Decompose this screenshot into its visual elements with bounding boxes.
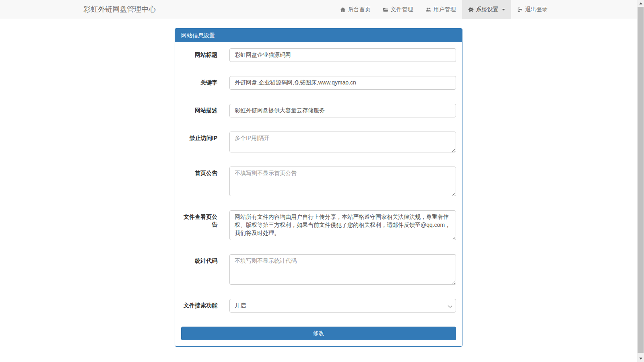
nav-item-label: 用户管理: [433, 6, 456, 13]
folder-open-icon: [383, 7, 388, 12]
scroll-down-icon: [639, 358, 642, 360]
form-row-blocked-ip: 禁止访问IP: [181, 132, 456, 152]
scrollbar-thumb[interactable]: [638, 7, 644, 353]
sign-out-icon: [517, 7, 523, 12]
panel-title: 网站信息设置: [175, 29, 462, 42]
home-notice-textarea[interactable]: [229, 167, 456, 196]
nav-item-logout[interactable]: 退出登录: [511, 0, 554, 19]
description-label: 网站描述: [181, 104, 217, 117]
nav-item-users[interactable]: 用户管理: [419, 0, 462, 19]
form-row-home-notice: 首页公告: [181, 167, 456, 196]
keywords-input[interactable]: [229, 76, 456, 90]
field: [229, 104, 456, 117]
file-page-notice-label: 文件查看页公告: [181, 210, 217, 240]
field: [229, 254, 456, 285]
site-settings-panel: 网站信息设置 网站标题 关键字 网站描述: [175, 28, 462, 347]
site-title-label: 网站标题: [181, 48, 217, 62]
form-row-file-page-notice: 文件查看页公告 网站所有文件内容均由用户自行上传分享，本站严格遵守国家相关法律法…: [181, 210, 456, 240]
home-notice-label: 首页公告: [181, 167, 217, 196]
scrollbar-down-button[interactable]: [637, 355, 644, 362]
main-content: 网站信息设置 网站标题 关键字 网站描述: [0, 19, 637, 347]
submit-button[interactable]: 修改: [181, 327, 456, 340]
nav-item-label: 系统设置: [476, 6, 499, 13]
nav-item-label: 后台首页: [348, 6, 371, 13]
field: [229, 132, 456, 152]
main-nav: 后台首页 文件管理: [334, 0, 554, 19]
home-icon: [340, 7, 346, 12]
nav-item-files[interactable]: 文件管理: [377, 0, 419, 19]
nav-item-label: 退出登录: [525, 6, 548, 13]
blocked-ip-label: 禁止访问IP: [181, 132, 217, 152]
file-search-label: 文件搜索功能: [181, 299, 217, 313]
nav-item-dashboard[interactable]: 后台首页: [334, 0, 377, 19]
vertical-scrollbar[interactable]: [637, 0, 644, 362]
gear-icon: [468, 7, 474, 12]
top-navbar: 彩虹外链网盘管理中心 后台首页 文件管理: [0, 0, 637, 19]
brand-title[interactable]: 彩虹外链网盘管理中心: [84, 0, 156, 19]
field: 网站所有文件内容均由用户自行上传分享，本站严格遵守国家相关法律法规，尊重著作权、…: [229, 210, 456, 240]
nav-item-label: 文件管理: [391, 6, 413, 13]
users-icon: [425, 7, 431, 12]
field: 开启: [229, 299, 456, 313]
form-row-file-search: 文件搜索功能 开启: [181, 299, 456, 313]
caret-down-icon: [502, 9, 505, 10]
field: [229, 48, 456, 62]
form-row-keywords: 关键字: [181, 76, 456, 90]
file-page-notice-textarea[interactable]: 网站所有文件内容均由用户自行上传分享，本站严格遵守国家相关法律法规，尊重著作权、…: [229, 210, 456, 240]
scrollbar-up-button[interactable]: [637, 0, 644, 7]
nav-container: 彩虹外链网盘管理中心 后台首页 文件管理: [84, 0, 554, 19]
site-title-input[interactable]: [229, 48, 456, 62]
scroll-up-icon: [639, 2, 642, 4]
keywords-label: 关键字: [181, 76, 217, 90]
analytics-code-textarea[interactable]: [229, 254, 456, 285]
file-search-select[interactable]: 开启: [229, 299, 456, 313]
page: 彩虹外链网盘管理中心 后台首页 文件管理: [0, 0, 637, 347]
analytics-code-label: 统计代码: [181, 254, 217, 285]
nav-item-settings[interactable]: 系统设置: [462, 0, 511, 19]
field: [229, 167, 456, 196]
field: [229, 76, 456, 90]
panel-body: 网站标题 关键字 网站描述: [175, 42, 462, 346]
form-row-description: 网站描述: [181, 104, 456, 117]
form-row-site-title: 网站标题: [181, 48, 456, 62]
form-row-analytics-code: 统计代码: [181, 254, 456, 285]
site-description-input[interactable]: [229, 104, 456, 117]
blocked-ip-textarea[interactable]: [229, 132, 456, 152]
